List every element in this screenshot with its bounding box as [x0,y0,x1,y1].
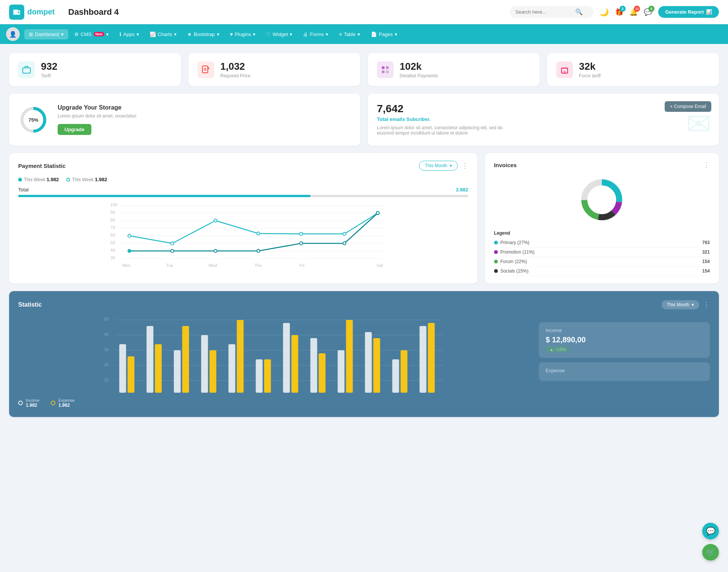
line-chart-area: 100 90 80 70 60 50 40 30 [18,202,468,271]
income-val: 1.982 [26,403,39,408]
nav-item-dashboard[interactable]: ⊞ Dashboard ▾ [24,29,68,39]
more-options-icon[interactable]: ⋮ [461,161,468,170]
gift-badge: 2 [620,6,626,12]
storage-card: 75% Upgrade Your Storage Lorem ipsum dol… [9,94,360,146]
this-month-button[interactable]: This Month ▾ [419,161,457,171]
svg-rect-4 [202,66,208,73]
svg-text:Wed: Wed [209,263,217,268]
nav-item-table[interactable]: ≡ Table ▾ [334,29,365,39]
search-input[interactable] [515,9,572,15]
inv-val-1: 321 [702,249,710,255]
app-header: dompet Dashboard 4 🔍 🌙 🎁 2 🔔 12 💬 5 Gene… [0,0,728,24]
inv-dot-2 [494,260,498,263]
inv-legend-row-0: Primary (27%) 763 [494,238,710,248]
payment-header: Payment Statistic This Month ▾ ⋮ [18,161,468,171]
email-subtitle: Total emails Subcriber. [377,116,710,122]
stat-card-force: 32k Force tariff [547,53,719,86]
legend-label-0: This Week [24,177,45,182]
stat-num-tariff: 932 [41,61,57,72]
header-icons: 🌙 🎁 2 🔔 12 💬 5 Generate Report 📊 [599,6,719,18]
nav-item-forms[interactable]: 🖨 Forms ▾ [298,29,333,39]
file-add-icon [198,61,214,78]
upgrade-button[interactable]: Upgrade [58,124,91,135]
svg-point-38 [300,232,303,235]
total-label: Total [18,187,28,193]
heart-icon: ♥ [230,31,233,37]
stat-label-price: Required Price [220,73,250,78]
svg-rect-1 [13,9,18,11]
chevron-down-icon-table: ▾ [358,31,360,37]
svg-point-43 [214,249,217,252]
statistic-title: Statistic [18,301,42,308]
stat-more-icon[interactable]: ⋮ [703,301,710,309]
invoices-more-icon[interactable]: ⋮ [703,161,710,169]
chat-button[interactable]: 💬 5 [644,8,652,16]
nav-label-dashboard: Dashboard [35,31,59,37]
nav-item-bootstrap[interactable]: ★ Bootstrap ▾ [183,29,224,39]
bar-chart-section: 50 40 30 20 10 [18,317,531,408]
payment-title: Payment Statistic [18,163,66,169]
arrow-up-icon: ▲ [549,347,554,352]
invoices-donut-container [494,175,710,224]
expense-legend-info: Expense 1.982 [58,398,75,408]
inv-legend-label-3: Socials (15%) [494,268,529,274]
notification-bell-button[interactable]: 🔔 12 [629,8,638,16]
nav-item-charts[interactable]: 📈 Charts ▾ [145,29,181,39]
legend-title: Legend [494,230,710,236]
invoices-title: Invoices [494,162,517,168]
svg-rect-83 [311,338,317,393]
svg-text:70: 70 [110,225,115,230]
chevron-down-icon: ▾ [61,31,64,37]
nav-item-apps[interactable]: ℹ Apps ▾ [115,29,144,39]
inv-dot-3 [494,269,498,273]
svg-rect-11 [382,71,384,73]
svg-text:Thu: Thu [255,263,262,268]
inv-label-0: Primary (27%) [500,240,530,245]
nav-item-pages[interactable]: 📄 Pages ▾ [366,29,402,39]
nav-item-widget[interactable]: ♡ Widget ▾ [262,29,297,39]
svg-text:50: 50 [110,240,115,245]
expense-box-title: Expense [546,368,703,373]
inv-label-3: Socials (15%) [500,268,529,274]
inv-legend-row-3: Socials (15%) 154 [494,266,710,276]
svg-rect-14 [563,71,566,73]
income-amount: $ 12,890,00 [546,335,703,344]
inv-dot-1 [494,250,498,254]
svg-rect-12 [386,71,389,73]
legend-item-1: This Week 1.982 [66,177,107,182]
stat-this-month-button[interactable]: This Month ▾ [662,300,699,309]
briefcase-icon [18,61,35,78]
theme-toggle-button[interactable]: 🌙 [599,8,609,17]
statistic-header: Statistic This Month ▾ ⋮ [18,300,710,309]
svg-rect-73 [174,350,181,393]
logo[interactable]: dompet [9,5,62,20]
expense-legend-circle [51,401,55,405]
svg-point-46 [343,242,346,245]
generate-report-button[interactable]: Generate Report 📊 [658,6,719,18]
nav-item-plugins[interactable]: ♥ Plugins ▾ [226,29,260,39]
star-icon: ★ [187,31,192,37]
nav-item-cms[interactable]: ⚙ CMS New ▾ [70,29,113,39]
grid-icon [377,61,394,78]
storage-desc: Lorem ipsum dolor sit amet, onsectetur. [58,113,137,119]
building-icon [556,61,573,78]
stat-num-price: 1,032 [220,61,250,72]
svg-rect-10 [386,66,389,69]
svg-point-42 [171,249,174,252]
stat-label-force: Force tariff [579,73,601,78]
stat-chevron-icon: ▾ [692,302,694,307]
nav-label-forms: Forms [310,31,324,37]
income-pct: +15% [555,347,566,352]
svg-text:50: 50 [104,317,109,321]
gift-icon-button[interactable]: 🎁 2 [615,8,623,16]
svg-text:Tue: Tue [166,263,173,268]
chevron-down-icon-widget: ▾ [290,31,292,37]
dashboard-icon: ⊞ [29,31,33,37]
stat-info-price: 1,032 Required Price [220,61,250,78]
svg-point-36 [214,219,217,222]
invoices-header: Invoices ⋮ [494,161,710,169]
payment-legend: This Week 1.982 This Week 1.982 [18,177,468,182]
info-icon: ℹ [119,31,121,37]
nav-label-widget: Widget [273,31,288,37]
invoices-legend: Legend Primary (27%) 763 Promotion (11%)… [494,230,710,276]
